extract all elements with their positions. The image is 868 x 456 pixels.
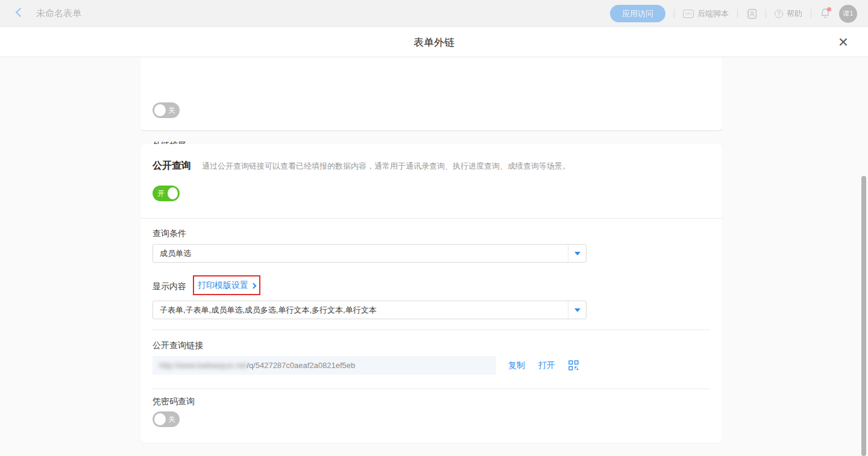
modal-title: 表单外链 [0, 27, 868, 57]
display-content-label: 显示内容 [153, 281, 186, 292]
dropdown-arrow-zone[interactable] [568, 245, 586, 262]
qr-code-icon[interactable] [568, 360, 579, 370]
topbar-divider [811, 9, 811, 18]
contacts-button[interactable] [746, 8, 757, 19]
public-query-description: 通过公开查询链接可以查看已经填报的数据内容，通常用于通讯录查询、执行进度查询、成… [202, 161, 570, 172]
toggle-state-label: 关 [168, 105, 175, 116]
backend-script-label: 后端脚本 [697, 8, 729, 19]
copy-link-button[interactable]: 复制 [508, 360, 525, 371]
close-icon[interactable]: × [833, 32, 854, 52]
help-label: 帮助 [787, 8, 802, 19]
url-obscured-prefix: http://www.baibaoyun.net [159, 361, 247, 370]
toggle-state-label: 开 [157, 189, 165, 199]
cutoff-toggle[interactable]: 关 [153, 102, 180, 118]
form-title: 未命名表单 [36, 8, 81, 19]
scrollbar-thumb[interactable] [861, 176, 866, 456]
notification-badge [827, 7, 831, 11]
password-query-label: 凭密码查询 [153, 396, 195, 407]
divider [140, 218, 722, 219]
toggle-state-label: 关 [168, 414, 175, 425]
password-query-toggle[interactable]: 关 [153, 411, 180, 427]
divider [153, 330, 710, 330]
topbar-divider [766, 9, 766, 18]
display-fields-value: 子表单,子表单,成员单选,成员多选,单行文本,多行文本,单行文本 [153, 301, 568, 319]
chevron-down-icon [574, 308, 580, 312]
query-condition-value: 成员单选 [153, 245, 568, 262]
help-icon: ? [775, 10, 783, 18]
chevron-down-icon [574, 252, 580, 255]
public-query-title: 公开查询 [153, 160, 191, 172]
open-link-button[interactable]: 打开 [538, 360, 555, 371]
topbar-divider [737, 9, 738, 18]
toggle-knob [154, 104, 166, 116]
annotation-highlight-box [193, 275, 260, 295]
help-button[interactable]: ? 帮助 [775, 8, 802, 19]
avatar[interactable]: 谭1 [839, 5, 857, 23]
contact-card-icon [746, 8, 757, 19]
toggle-knob [154, 413, 166, 425]
app-access-button[interactable]: 应用访问 [610, 5, 665, 22]
query-condition-label: 查询条件 [153, 228, 186, 239]
modal-header: 表单外链 × [0, 27, 868, 57]
toggle-knob [168, 187, 178, 199]
form-external-link-page: 未命名表单 应用访问 </> 后端脚本 [0, 0, 868, 456]
link-extension-card: 关 外链扩展 关 [140, 57, 722, 131]
url-visible-part: /q/5427287c0aeaf2a0821ef5eb [247, 361, 355, 370]
display-fields-select[interactable]: 子表单,子表单,成员单选,成员多选,单行文本,多行文本,单行文本 [153, 301, 587, 319]
public-query-toggle[interactable]: 开 [153, 186, 180, 201]
divider [153, 389, 710, 389]
query-condition-select[interactable]: 成员单选 [153, 244, 587, 263]
code-icon: </> [683, 10, 694, 18]
public-query-card: 公开查询 通过公开查询链接可以查看已经填报的数据内容，通常用于通讯录查询、执行进… [140, 144, 722, 443]
back-icon[interactable] [16, 8, 25, 17]
backend-script-button[interactable]: </> 后端脚本 [683, 8, 729, 19]
dropdown-arrow-zone[interactable] [568, 301, 586, 319]
public-link-url-field[interactable]: http://www.baibaoyun.net/q/5427287c0aeaf… [153, 356, 496, 375]
public-link-label: 公开查询链接 [153, 340, 203, 351]
modal-content: 关 外链扩展 关 公开查询 通过公开查询链接可以查看已经填报的数据内容，通常用于… [0, 57, 868, 456]
divider [140, 130, 722, 131]
notifications-button[interactable] [820, 8, 831, 20]
topbar-divider [674, 9, 675, 18]
topbar: 未命名表单 应用访问 </> 后端脚本 [0, 0, 868, 27]
